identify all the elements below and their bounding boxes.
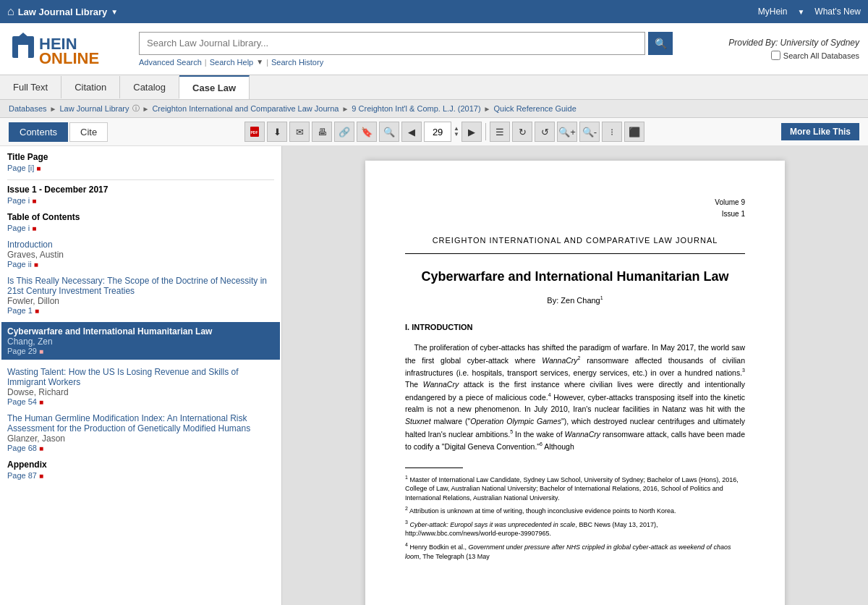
search-all-label: Search All Databases: [783, 51, 859, 60]
breadcrumb-law-journal-library[interactable]: Law Journal Library: [60, 104, 129, 113]
toc-article-4-link[interactable]: The Human Germline Modification Index: A…: [7, 413, 250, 433]
search-box-row: 🔍: [139, 32, 728, 55]
breadcrumb-quick-ref[interactable]: Quick Reference Guide: [493, 104, 576, 113]
search-button[interactable]: 🔍: [648, 32, 673, 55]
next-page-button[interactable]: ▶: [461, 122, 482, 142]
toc-title-page-num[interactable]: Page [i] ■: [7, 164, 274, 172]
breadcrumb-info-icon[interactable]: ⓘ: [132, 103, 140, 114]
footnote-4: 4 Henry Bodkin et al., Government under …: [405, 541, 745, 561]
page-number-input[interactable]: 29: [424, 122, 451, 142]
pdf-button[interactable]: PDF: [244, 122, 265, 142]
tab-catalog[interactable]: Catalog: [120, 76, 179, 98]
toc-article-3: Wasting Talent: How the US Is Losing Rev…: [7, 367, 274, 406]
toc-article-4-title: The Human Germline Modification Index: A…: [7, 413, 274, 433]
search-input[interactable]: [139, 32, 645, 55]
toc-issue-page[interactable]: Page i ■: [7, 196, 274, 205]
toc-article-4-page[interactable]: Page 68 ■: [7, 444, 274, 452]
search-history-link[interactable]: Search History: [271, 58, 323, 67]
toc-article-2: Cyberwarfare and International Humanitar…: [1, 322, 280, 360]
toc-article-2-page[interactable]: Page 29 ■: [7, 347, 274, 355]
search-help-arrow: ▼: [256, 58, 263, 66]
download-button[interactable]: ⬇: [267, 122, 287, 142]
breadcrumb-arrow-1: ►: [50, 105, 57, 113]
toc-divider-1: [7, 179, 274, 180]
toc-introduction: Introduction Graves, Austin Page ii ■: [7, 240, 274, 268]
toc-title-page: Title Page Page [i] ■: [7, 152, 274, 172]
footnote-1: 1 Master of International Law Candidate,…: [405, 474, 745, 503]
top-bar-right: MyHein ▼ What's New: [758, 7, 861, 17]
search-help-link[interactable]: Search Help: [210, 58, 254, 67]
svg-text:ONLINE: ONLINE: [39, 49, 99, 67]
toolbar-separator-1: [485, 123, 486, 140]
right-search-area: Provided By: University of Sydney Search…: [728, 38, 859, 60]
doc-title: Cyberwarfare and International Humanitar…: [405, 268, 745, 285]
search-links: Advanced Search | Search Help ▼ | Search…: [139, 58, 728, 67]
list-view-button[interactable]: ☰: [490, 122, 510, 142]
right-panel: Volume 9 Issue 1 CREIGHTON INTERNATIONAL…: [282, 146, 868, 605]
document-page: Volume 9 Issue 1 CREIGHTON INTERNATIONAL…: [365, 161, 785, 605]
cite-tab[interactable]: Cite: [69, 122, 108, 142]
myhein-arrow: ▼: [797, 8, 804, 16]
search-all-checkbox[interactable]: [771, 51, 780, 60]
doc-author: By: Zen Chang1: [405, 294, 745, 307]
tab-citation[interactable]: Citation: [61, 76, 120, 98]
breadcrumb: Databases ► Law Journal Library ⓘ ► Crei…: [0, 100, 868, 118]
svg-rect-2: [18, 45, 28, 58]
link-button[interactable]: 🔗: [334, 122, 354, 142]
toc-article-1-title: Is This Really Necessary: The Scope of t…: [7, 276, 274, 296]
doc-search-button[interactable]: 🔍: [379, 122, 399, 142]
top-bar-left: ⌂ Law Journal Library ▼: [7, 5, 118, 18]
doc-author-byline: By: Zen Chang1: [547, 296, 603, 305]
whats-new-link[interactable]: What's New: [814, 7, 861, 17]
footnote-2: 2 Attribution is unknown at time of writ…: [405, 505, 745, 516]
toc-intro-title: Introduction: [7, 240, 274, 250]
more-like-this-button[interactable]: More Like This: [781, 123, 859, 140]
toc-article-3-page[interactable]: Page 54 ■: [7, 397, 274, 406]
print-button[interactable]: 🖶: [312, 122, 332, 142]
toc-article-1-link[interactable]: Is This Really Necessary: The Scope of t…: [7, 276, 267, 296]
toc-toc-page[interactable]: Page i ■: [7, 224, 274, 232]
toc-article-3-author: Dowse, Richard: [7, 387, 274, 397]
rotate-cw-button[interactable]: ↺: [535, 122, 555, 142]
page-down-arrow[interactable]: ▼: [454, 132, 459, 138]
myhein-link[interactable]: MyHein: [758, 7, 788, 17]
breadcrumb-databases[interactable]: Databases: [9, 104, 47, 113]
toc-article-1-author: Fowler, Dillon: [7, 296, 274, 306]
pdf-icon: ■: [34, 261, 38, 268]
tab-caselaw[interactable]: Case Law: [179, 75, 250, 99]
breadcrumb-arrow-3: ►: [341, 105, 349, 113]
bookmark-button[interactable]: 🔖: [357, 122, 377, 142]
toc-issue-label: Issue 1 - December 2017: [7, 185, 274, 195]
grid-view-button[interactable]: ⁝: [602, 122, 622, 142]
rotate-ccw-button[interactable]: ↻: [512, 122, 532, 142]
zoom-out-button[interactable]: 🔍-: [579, 122, 600, 142]
toc-title-page-label: Title Page: [7, 152, 274, 162]
contents-tab[interactable]: Contents: [9, 122, 68, 142]
toc-intro-link[interactable]: Introduction: [7, 240, 53, 250]
email-button[interactable]: ✉: [289, 122, 310, 142]
doc-issue: Issue 1: [722, 210, 745, 218]
breadcrumb-creighton[interactable]: Creighton International and Comparative …: [152, 104, 339, 113]
toc-article-3-link[interactable]: Wasting Talent: How the US Is Losing Rev…: [7, 367, 239, 387]
pdf-icon: ■: [32, 224, 36, 232]
pdf-icon: ■: [39, 472, 43, 480]
zoom-in-button[interactable]: 🔍+: [557, 122, 577, 142]
advanced-search-link[interactable]: Advanced Search: [139, 58, 202, 67]
toolbar-row: Contents Cite PDF ⬇ ✉ 🖶 🔗 🔖 🔍 ◀ 29 ▲ ▼ ▶…: [0, 118, 868, 146]
toc-article-2-link[interactable]: Cyberwarfare and International Humanitar…: [7, 326, 212, 337]
fullscreen-button[interactable]: ⬛: [624, 122, 644, 142]
toc-article-2-author: Chang, Zen: [7, 337, 274, 347]
svg-text:PDF: PDF: [251, 130, 258, 135]
nav-tabs: Full Text Citation Catalog Case Law: [0, 75, 868, 100]
tab-fulltext[interactable]: Full Text: [0, 76, 61, 98]
top-bar: ⌂ Law Journal Library ▼ MyHein ▼ What's …: [0, 0, 868, 23]
doc-volume: Volume 9: [715, 198, 745, 206]
breadcrumb-volume[interactable]: 9 Creighton Int'l & Comp. L.J. (2017): [352, 104, 480, 113]
prev-page-button[interactable]: ◀: [401, 122, 422, 142]
toc-intro-page[interactable]: Page ii ■: [7, 260, 274, 268]
breadcrumb-arrow-4: ►: [484, 105, 491, 113]
toc-article-1-page[interactable]: Page 1 ■: [7, 306, 274, 315]
pdf-icon: ■: [39, 444, 43, 452]
title-dropdown-arrow[interactable]: ▼: [111, 8, 118, 16]
toc-appendix-page[interactable]: Page 87 ■: [7, 471, 274, 480]
